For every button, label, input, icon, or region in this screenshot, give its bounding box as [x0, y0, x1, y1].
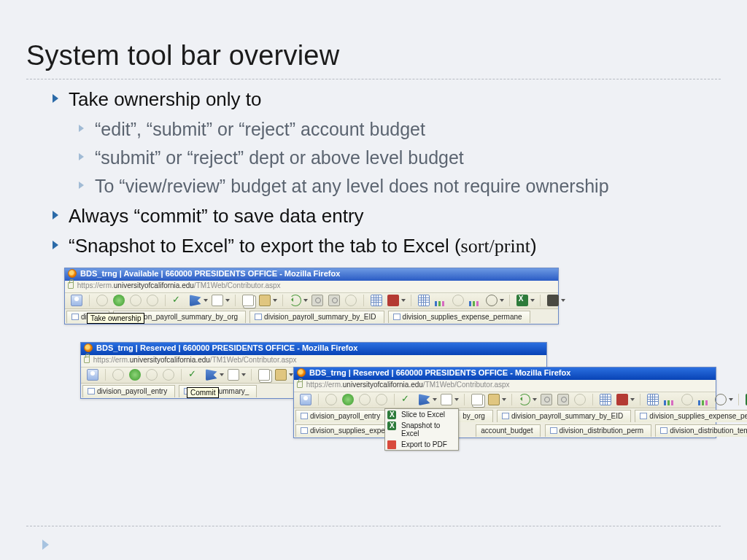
take-ownership-button[interactable]	[71, 295, 82, 306]
chevron-down-icon[interactable]	[303, 299, 308, 302]
chevron-down-icon[interactable]	[502, 398, 506, 401]
chevron-down-icon[interactable]	[500, 299, 504, 302]
chevron-down-icon[interactable]	[273, 299, 277, 302]
firefox-icon	[68, 269, 77, 278]
commit-button[interactable]	[401, 394, 413, 405]
chevron-down-icon[interactable]	[530, 299, 535, 302]
grid-button[interactable]	[371, 295, 382, 306]
flag-button[interactable]	[190, 295, 201, 306]
url-host: universityofcalifornia.edu	[114, 281, 194, 289]
doc-button[interactable]	[228, 369, 239, 381]
grid-button[interactable]	[600, 394, 611, 405]
chevron-down-icon[interactable]	[225, 299, 230, 302]
tab[interactable]: division_payroll_summary_by_EID	[497, 410, 631, 422]
tab[interactable]: division_payroll_entry	[82, 385, 175, 397]
tab-row-3b: division_supplies_expense_tem account_bu…	[294, 423, 716, 438]
menu-snapshot-to-excel[interactable]: Snapshot to Excel	[385, 420, 458, 439]
divider	[26, 79, 721, 79]
chart2-button[interactable]	[469, 295, 481, 306]
chart-options-button[interactable]	[486, 295, 498, 306]
screenshot-area: BDS_trng | Available | 660000 PRESIDENTS…	[26, 268, 721, 486]
excel-icon	[387, 421, 396, 430]
export-button[interactable]	[516, 295, 528, 306]
chevron-down-icon[interactable]	[630, 398, 635, 401]
sandbox-button[interactable]	[547, 295, 559, 306]
url-post: /TM1Web/Contributor.aspx	[210, 356, 297, 364]
refresh-button[interactable]	[129, 369, 141, 381]
copy-button[interactable]	[258, 369, 270, 381]
recalc-button[interactable]	[519, 394, 530, 405]
chevron-down-icon[interactable]	[289, 373, 293, 376]
tab[interactable]: division_payroll_entry	[295, 410, 388, 422]
chevron-down-icon[interactable]	[401, 299, 406, 302]
tab[interactable]: division_distribution_temp	[655, 424, 747, 437]
separator	[411, 295, 411, 306]
flag-button[interactable]	[419, 394, 430, 405]
copy-button[interactable]	[471, 394, 483, 405]
chart-options-button[interactable]	[715, 394, 727, 405]
toolbar-3	[294, 392, 716, 408]
tab[interactable]: account_budget	[476, 424, 541, 437]
take-ownership-button[interactable]	[87, 369, 98, 381]
flag-button[interactable]	[206, 369, 217, 381]
camera-button[interactable]	[557, 394, 569, 405]
camera-button[interactable]	[311, 295, 323, 306]
chevron-down-icon[interactable]	[729, 398, 733, 401]
camera-button[interactable]	[541, 394, 552, 405]
grid-icon	[640, 413, 647, 419]
table-button[interactable]	[647, 394, 659, 405]
refresh-button[interactable]	[342, 394, 354, 405]
titlebar-2: BDS_trng | Reserved | 660000 PRESIDENTS …	[81, 343, 546, 355]
tab[interactable]: division_distribution_perm	[545, 424, 652, 437]
tab[interactable]: division_supplies_expense_permar	[635, 410, 747, 422]
table-button[interactable]	[418, 295, 430, 306]
take-ownership-button[interactable]	[300, 394, 311, 405]
chevron-down-icon[interactable]	[561, 299, 565, 302]
tab[interactable]: division_payroll_summary_by_EID	[249, 311, 384, 323]
chevron-down-icon[interactable]	[433, 398, 437, 401]
paste-button[interactable]	[275, 369, 287, 381]
no-entry-button[interactable]	[387, 295, 399, 306]
chart2-button[interactable]	[698, 394, 710, 405]
paste-button[interactable]	[259, 295, 271, 306]
url-pre: https://erm.	[77, 281, 114, 289]
bullet-1c: To “view/review” budget at any level doe…	[95, 174, 721, 199]
refresh-button[interactable]	[113, 295, 125, 306]
chevron-down-icon[interactable]	[241, 373, 246, 376]
chevron-down-icon[interactable]	[454, 398, 459, 401]
commit-button[interactable]	[172, 295, 184, 306]
paste-button[interactable]	[488, 394, 500, 405]
recalc-button[interactable]	[290, 295, 301, 306]
no-entry-button[interactable]	[616, 394, 628, 405]
tooltip-commit: Commit	[187, 387, 219, 398]
separator	[105, 369, 106, 381]
tab[interactable]: division_supplies_expense_permane	[388, 311, 530, 323]
separator	[592, 394, 593, 405]
doc-button[interactable]	[441, 394, 452, 405]
copy-button[interactable]	[242, 295, 254, 306]
chevron-down-icon[interactable]	[220, 373, 224, 376]
chevron-down-icon[interactable]	[533, 398, 537, 401]
export-menu: Slice to Excel Snapshot to Excel Export …	[384, 408, 459, 451]
format-button[interactable]	[681, 394, 693, 405]
tab[interactable]: by_org	[457, 410, 493, 422]
chart-button[interactable]	[435, 295, 446, 306]
format-button[interactable]	[452, 295, 464, 306]
grid-icon	[301, 427, 308, 434]
menu-slice-to-excel[interactable]: Slice to Excel	[385, 409, 458, 420]
menu-export-pdf[interactable]: Export to PDF	[385, 439, 458, 450]
disabled-button	[345, 295, 357, 306]
chevron-down-icon[interactable]	[204, 299, 208, 302]
separator	[640, 394, 640, 405]
doc-button[interactable]	[212, 295, 223, 306]
url-pre: https://erm.	[306, 381, 343, 389]
commit-button[interactable]	[188, 369, 200, 381]
camera-button[interactable]	[328, 295, 340, 306]
titlebar-1-text: BDS_trng | Available | 660000 PRESIDENTS…	[80, 269, 340, 278]
bullet-3: “Snapshot to Excel” to export the tab to…	[69, 233, 721, 259]
tab-label: division_supplies_expense_permane	[403, 313, 522, 321]
url-bar-2: https://erm.universityofcalifornia.edu/T…	[81, 355, 546, 368]
disabled-button	[112, 369, 124, 381]
chart-button[interactable]	[664, 394, 676, 405]
lock-icon	[68, 282, 74, 289]
